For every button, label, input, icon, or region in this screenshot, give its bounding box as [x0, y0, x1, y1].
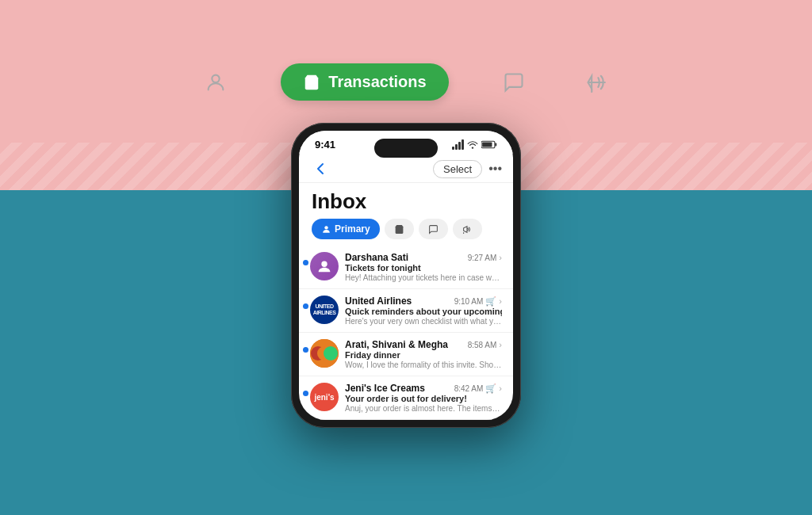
phone-screen: 9:41 [299, 131, 513, 420]
email-item-united[interactable]: UNITEDAIRLINES United Airlines 9:10 AM 🛒… [299, 289, 513, 333]
tab-primary[interactable]: Primary [312, 219, 380, 239]
back-button[interactable] [310, 158, 331, 179]
person-tab-icon [321, 224, 331, 235]
email-item-jenis[interactable]: jeni's Jeni's Ice Creams 8:42 AM 🛒 › [299, 376, 513, 420]
signal-bars [452, 139, 464, 150]
inbox-title: Inbox [299, 183, 513, 219]
megaphone-icon [585, 71, 607, 93]
svg-point-0 [213, 74, 220, 82]
tab-promotions[interactable] [453, 219, 482, 239]
svg-point-12 [324, 346, 338, 360]
svg-marker-7 [463, 226, 466, 232]
svg-point-9 [321, 261, 327, 267]
svg-point-6 [324, 226, 327, 229]
avatar-arati [310, 339, 339, 368]
email-content-arati: Arati, Shivani & Megha 8:58 AM › Friday … [345, 339, 502, 369]
email-content-darshana: Darshana Sati 9:27 AM › Tickets for toni… [345, 252, 502, 282]
status-icons [452, 139, 497, 150]
unread-dot [303, 303, 308, 309]
person-icon [205, 71, 227, 93]
top-nav: Transactions [0, 63, 812, 101]
status-time: 9:41 [315, 139, 335, 151]
unread-dot [303, 260, 308, 265]
cart-icon [303, 74, 320, 91]
phone-outer: 9:41 [291, 123, 521, 428]
phone-navbar: Select ••• [299, 154, 513, 183]
tab-transactions[interactable] [385, 219, 414, 239]
email-content-jenis: Jeni's Ice Creams 8:42 AM 🛒 › Your order… [345, 383, 502, 413]
avatar-united: UNITEDAIRLINES [310, 296, 339, 324]
select-button[interactable]: Select [433, 160, 482, 178]
person-icon-btn[interactable] [198, 65, 233, 100]
svg-rect-5 [482, 142, 492, 147]
chat-icon-btn[interactable] [496, 65, 531, 100]
megaphone-tab-icon [462, 224, 473, 235]
cart-tab-icon [394, 224, 404, 235]
dynamic-island [374, 139, 438, 158]
email-item-darshana[interactable]: Darshana Sati 9:27 AM › Tickets for toni… [299, 246, 513, 289]
wifi-icon [467, 140, 478, 149]
tab-chat[interactable] [419, 219, 448, 239]
battery-icon [481, 140, 497, 149]
chat-tab-icon [428, 224, 439, 235]
email-list: Darshana Sati 9:27 AM › Tickets for toni… [299, 246, 513, 420]
more-button[interactable]: ••• [488, 162, 502, 176]
unread-dot [303, 391, 308, 396]
phone-mockup: 9:41 [291, 123, 521, 428]
email-item-arati[interactable]: Arati, Shivani & Megha 8:58 AM › Friday … [299, 333, 513, 376]
svg-rect-4 [495, 143, 496, 147]
chat-icon [503, 71, 525, 93]
avatar-darshana [310, 252, 339, 280]
avatar-jenis: jeni's [310, 383, 339, 411]
email-content-united: United Airlines 9:10 AM 🛒 › Quick remind… [345, 296, 502, 326]
category-tabs: Primary [299, 219, 513, 246]
unread-dot [303, 347, 308, 353]
phone-nav-actions: Select ••• [433, 160, 502, 178]
transactions-button[interactable]: Transactions [281, 63, 448, 101]
megaphone-icon-btn[interactable] [579, 65, 614, 100]
